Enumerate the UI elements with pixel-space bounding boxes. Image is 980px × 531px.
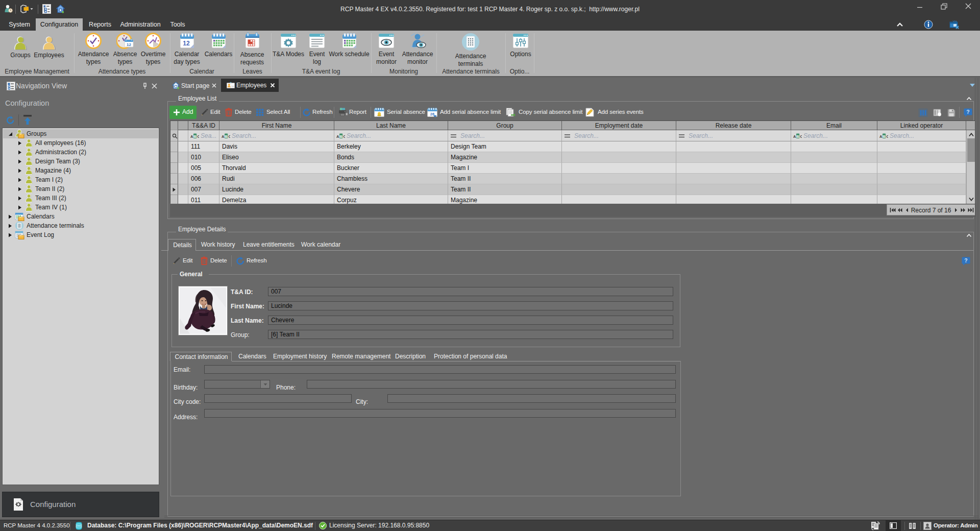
svg-text:A: A bbox=[336, 134, 339, 139]
svg-text:C: C bbox=[887, 134, 889, 139]
svg-text:B: B bbox=[225, 134, 228, 139]
svg-text:C: C bbox=[198, 134, 200, 139]
svg-text:A: A bbox=[879, 134, 883, 139]
svg-text:A: A bbox=[190, 134, 193, 139]
svg-text:A: A bbox=[222, 134, 225, 139]
svg-text:C: C bbox=[800, 134, 802, 139]
svg-text:12: 12 bbox=[183, 40, 190, 47]
svg-text:A: A bbox=[793, 134, 796, 139]
svg-text:B: B bbox=[796, 134, 799, 139]
svg-text:C: C bbox=[344, 134, 346, 139]
svg-text:?: ? bbox=[964, 257, 967, 263]
svg-text:?: ? bbox=[966, 109, 969, 115]
svg-text:12: 12 bbox=[127, 42, 131, 47]
svg-text:B: B bbox=[339, 134, 342, 139]
svg-text:B: B bbox=[883, 134, 886, 139]
svg-text:C: C bbox=[229, 134, 231, 139]
svg-text:B: B bbox=[193, 134, 197, 139]
svg-text:26: 26 bbox=[430, 112, 434, 116]
